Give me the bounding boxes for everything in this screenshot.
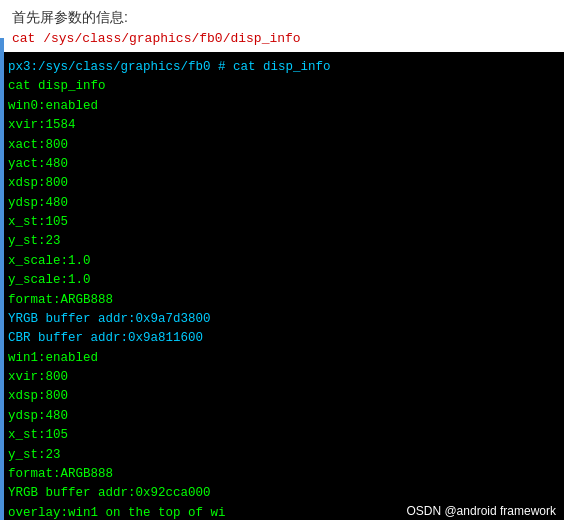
terminal-line: xdsp:800 [8, 387, 556, 406]
terminal-line: yact:480 [8, 155, 556, 174]
left-accent [0, 38, 4, 520]
watermark-bar: OSDN @android framework [398, 502, 564, 520]
command-link[interactable]: cat /sys/class/graphics/fb0/disp_info [12, 31, 552, 46]
terminal-line: x_st:105 [8, 213, 556, 232]
terminal-line: px3:/sys/class/graphics/fb0 # cat disp_i… [8, 58, 556, 77]
terminal-line: y_scale:1.0 [8, 271, 556, 290]
terminal-line: YRGB buffer addr:0x92cca000 [8, 484, 556, 503]
terminal-line: YRGB buffer addr:0x9a7d3800 [8, 310, 556, 329]
terminal-line: ydsp:480 [8, 407, 556, 426]
terminal-line: ydsp:480 [8, 194, 556, 213]
terminal-line: xvir:800 [8, 368, 556, 387]
terminal-line: win1:enabled [8, 349, 556, 368]
terminal-line: y_st:23 [8, 232, 556, 251]
terminal-line: x_scale:1.0 [8, 252, 556, 271]
terminal-line: format:ARGB888 [8, 291, 556, 310]
terminal-line: format:ARGB888 [8, 465, 556, 484]
terminal-line: xdsp:800 [8, 174, 556, 193]
terminal-line: x_st:105 [8, 426, 556, 445]
header-title: 首先屏参数的信息: [12, 9, 128, 25]
terminal-line: xact:800 [8, 136, 556, 155]
terminal-line: win0:enabled [8, 97, 556, 116]
terminal-block: px3:/sys/class/graphics/fb0 # cat disp_i… [0, 52, 564, 520]
terminal-line: y_st:23 [8, 446, 556, 465]
terminal-line: CBR buffer addr:0x9a811600 [8, 329, 556, 348]
terminal-line: cat disp_info [8, 77, 556, 96]
header-section: 首先屏参数的信息: cat /sys/class/graphics/fb0/di… [0, 0, 564, 52]
terminal-line: xvir:1584 [8, 116, 556, 135]
content-wrapper: 首先屏参数的信息: cat /sys/class/graphics/fb0/di… [0, 0, 564, 520]
page-container: 首先屏参数的信息: cat /sys/class/graphics/fb0/di… [0, 0, 564, 520]
